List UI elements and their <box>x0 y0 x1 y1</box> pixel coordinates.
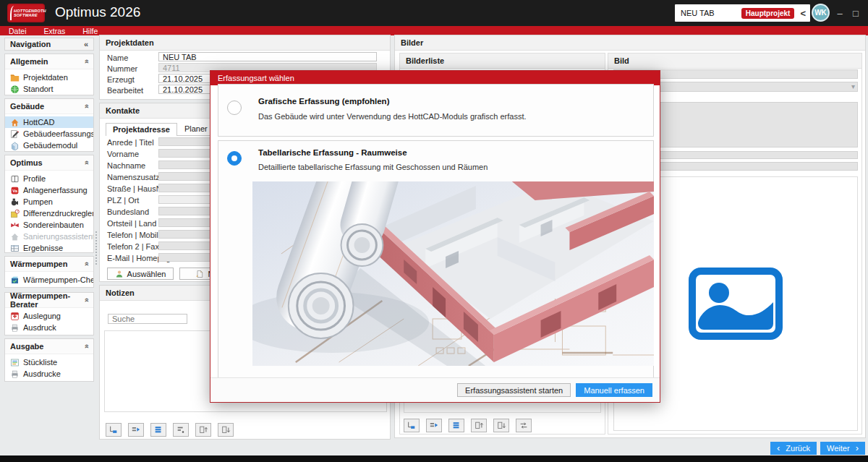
name-input[interactable] <box>158 52 377 61</box>
maximize-button[interactable]: □ <box>848 0 864 26</box>
section-label: Optimus <box>10 158 43 167</box>
notizen-toolbar <box>106 423 234 437</box>
collapse-section-icon[interactable]: » <box>82 161 90 165</box>
radio-grafische-erfassung[interactable] <box>227 100 242 115</box>
option-description: Detaillierte tabellarische Erfassung mit… <box>258 163 488 171</box>
option-grafische-erfassung[interactable]: Grafische Erfassung (empfohlen) Das Gebä… <box>218 84 654 137</box>
move-up-button[interactable] <box>195 423 211 437</box>
collapse-section-icon[interactable]: » <box>82 104 90 108</box>
auswaehlen-button[interactable]: Auswählen <box>107 268 174 280</box>
app-window: HOTTGENROTH SOFTWARE Optimus 2026 NEU TA… <box>0 0 868 462</box>
sidebar-item-ausdruck[interactable]: Ausdruck <box>5 322 93 333</box>
field-label-name: Name <box>107 54 128 62</box>
tab-planer[interactable]: Planer <box>177 122 215 135</box>
item-label: Projektdaten <box>23 73 68 82</box>
sidebar-item-ergebnisse[interactable]: Ergebnisse <box>5 242 93 254</box>
move-down-button[interactable] <box>218 423 234 437</box>
sidebar-item-gebaeudemodul[interactable]: Gebäudemodul <box>5 140 93 151</box>
bilderliste-toolbar <box>404 419 532 432</box>
list-icon <box>10 358 20 367</box>
sidebar-splitter[interactable] <box>95 231 97 265</box>
project-tab-label: NEU TAB <box>681 9 737 17</box>
section-waermepumpen-berater: Wärmepumpen-Berater » Auslegung Ausdruck <box>4 292 94 335</box>
sidebar-item-sanierungsassistent: Sanierungsassistent <box>5 231 93 242</box>
section-allgemein: Allgemein » Projektdaten Standort <box>4 54 94 95</box>
globe-icon <box>10 85 20 94</box>
option-title: Tabellarische Erfassung - Raumweise <box>258 148 407 157</box>
option-tabellarische-erfassung[interactable]: Tabellarische Erfassung - Raumweise Deta… <box>218 140 654 379</box>
item-label: Differenzdruckregler <box>23 209 93 218</box>
house-icon <box>10 118 20 127</box>
item-label: HottCAD <box>23 118 54 127</box>
collapse-section-icon[interactable]: » <box>82 59 90 64</box>
sidebar-collapse-icon[interactable]: « <box>84 40 88 48</box>
section-waermepumpen-header[interactable]: Wärmepumpen » <box>5 257 93 272</box>
title-bar: HOTTGENROTH SOFTWARE Optimus 2026 NEU TA… <box>0 0 868 26</box>
sidebar-item-stueckliste[interactable]: Stückliste <box>5 356 93 368</box>
radio-tabellarische-erfassung[interactable] <box>227 151 242 166</box>
menu-datei[interactable]: Datei <box>0 26 35 35</box>
item-label: Ausdruck <box>23 323 56 332</box>
svg-text:Va: Va <box>12 188 17 192</box>
folder-icon <box>10 73 20 82</box>
erfassungsassistent-starten-button[interactable]: Erfassungsassistent starten <box>457 383 571 397</box>
weiter-button[interactable]: Weiter › <box>820 442 865 455</box>
swap-button[interactable] <box>516 419 532 432</box>
item-label: Anlagenerfassung <box>23 186 88 194</box>
move-down-button[interactable] <box>493 419 509 432</box>
bilder-header: Bilder <box>395 35 865 51</box>
sidebar-item-hottcad[interactable]: HottCAD <box>5 116 93 128</box>
notizen-search-input[interactable] <box>108 314 187 324</box>
k-label-1: Vorname <box>107 150 139 158</box>
sidebar-item-sondereinbauten[interactable]: Sondereinbauten <box>5 219 93 231</box>
chevron-left-icon: ‹ <box>777 445 780 452</box>
section-gebaeude-header[interactable]: Gebäude » <box>5 99 93 114</box>
item-label: Profile <box>23 174 46 183</box>
collapse-section-icon[interactable]: » <box>82 344 90 348</box>
tab-projektadresse[interactable]: Projektadresse <box>106 123 177 136</box>
sidebar-item-pumpen[interactable]: Pumpen <box>5 196 93 208</box>
zurueck-button[interactable]: ‹ Zurück <box>770 442 817 455</box>
bottom-bar <box>0 455 868 462</box>
sidebar-item-standort[interactable]: Standort <box>5 83 93 95</box>
sidebar-item-auslegung[interactable]: Auslegung <box>5 310 93 322</box>
section-ausgabe-header[interactable]: Ausgabe » <box>5 339 93 354</box>
section-optimus-header[interactable]: Optimus » <box>5 155 93 171</box>
sidebar-item-differenzdruckregler[interactable]: Differenzdruckregler <box>5 208 93 219</box>
person-icon <box>115 270 124 278</box>
minimize-button[interactable]: – <box>832 0 848 26</box>
book-icon <box>10 174 20 184</box>
collapse-section-icon[interactable]: » <box>82 262 90 266</box>
weiter-label: Weiter <box>827 444 850 453</box>
sidebar-item-waermepumpen-check[interactable]: Wärmepumpen-Check <box>5 274 93 286</box>
section-label: Wärmepumpen <box>10 260 67 268</box>
collapse-section-icon[interactable]: » <box>82 298 90 302</box>
sidebar-item-gebaeudeerfassungsassistent[interactable]: Gebäudeerfassungsas... <box>5 128 93 140</box>
insert-right-button[interactable] <box>128 423 144 437</box>
close-button[interactable]: × <box>864 0 868 26</box>
insert-right-button[interactable] <box>426 419 442 432</box>
move-up-button[interactable] <box>471 419 487 432</box>
add-rows-button[interactable] <box>448 419 464 432</box>
tree-collapse-button[interactable] <box>404 419 420 432</box>
sidebar-item-anlagenerfassung[interactable]: Va Anlagenerfassung <box>5 184 93 196</box>
building-icon <box>10 141 20 150</box>
tab-scroll-left-icon[interactable]: < <box>799 8 807 19</box>
row-options-button[interactable] <box>173 423 189 437</box>
menu-extras[interactable]: Extras <box>35 26 75 35</box>
dialog-title-bar[interactable]: Erfassungsart wählen <box>210 71 660 85</box>
manuell-erfassen-button[interactable]: Manuell erfassen <box>576 383 652 397</box>
project-tab[interactable]: NEU TAB Hauptprojekt < <box>675 4 810 22</box>
section-allgemein-header[interactable]: Allgemein » <box>5 54 93 69</box>
add-rows-button[interactable] <box>150 423 166 437</box>
section-ausgabe: Ausgabe » Stückliste Ausdrucke <box>4 338 94 382</box>
floorplan-illustration <box>252 181 654 366</box>
sidebar-item-projektdaten[interactable]: Projektdaten <box>5 72 93 83</box>
section-waermepumpen-berater-header[interactable]: Wärmepumpen-Berater » <box>5 293 93 308</box>
user-avatar[interactable]: WK <box>812 4 830 22</box>
sidebar-item-ausdrucke[interactable]: Ausdrucke <box>5 368 93 380</box>
option-description: Das Gebäude wird unter Verwendung des Ho… <box>258 112 527 121</box>
tree-collapse-button[interactable] <box>106 423 122 437</box>
k-label-7: Ortsteil | Land <box>107 219 156 228</box>
sidebar-item-profile[interactable]: Profile <box>5 173 93 184</box>
